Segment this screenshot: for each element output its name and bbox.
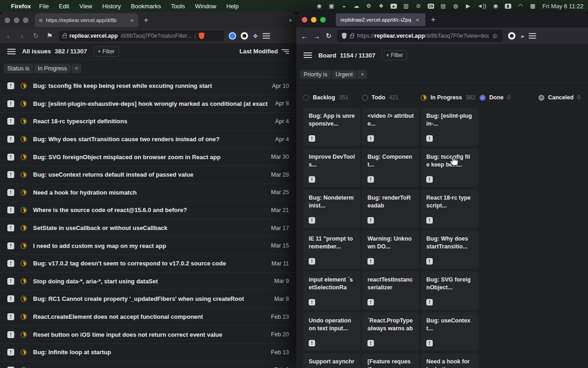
menu-view[interactable]: View [79,3,92,10]
add-filter-button[interactable]: + Filter [382,50,407,60]
window-controls[interactable] [302,17,326,23]
tab-close-icon[interactable]: × [415,17,420,23]
github-extension-icon[interactable] [241,32,248,40]
issue-row[interactable]: !React.createElement does not accept fun… [0,308,296,326]
onepassword-extension-icon[interactable] [229,32,236,40]
issue-card[interactable]: [Feature request] expo...! [362,353,419,368]
active-app-name[interactable]: Firefox [11,3,31,10]
issue-row[interactable]: !Bug: RC1 Cannot create property '_updat… [0,290,296,308]
forward-button[interactable]: › [17,32,27,40]
add-filter-button[interactable]: + Filter [94,46,119,57]
power-icon[interactable]: ◍ [452,3,459,9]
issue-card[interactable]: `React.PropType always warns ab! [362,312,419,351]
minimize-window-button[interactable] [311,17,317,23]
issue-card[interactable]: Bug: Nondeterminist...! [303,190,361,228]
menu-help[interactable]: Help [226,3,239,10]
remove-filter-icon[interactable]: × [357,70,367,79]
issue-card[interactable]: Bug: renderToReadab! [362,190,419,228]
issue-card[interactable]: Support asynchronous...! [303,353,361,368]
issue-card[interactable]: input element `setSelectionRa! [303,271,361,310]
new-tab-button[interactable]: + [144,16,148,25]
volume-icon[interactable]: ◄)) [477,3,486,9]
browser-menu-icon[interactable] [529,33,536,39]
sort-label[interactable]: Last Modified [239,48,278,55]
battery-icon[interactable]: ▮ [505,4,511,9]
issue-card[interactable]: React 18-rc typescript...! [421,190,478,228]
app-sidebar-toggle-icon[interactable] [7,49,16,54]
close-window-button[interactable] [302,17,307,23]
window-controls-inactive[interactable] [5,17,28,23]
overflow-chevron-icon[interactable]: » [521,33,523,40]
issue-card[interactable]: Bug: Component...! [362,149,419,187]
github-extension-icon[interactable] [508,32,515,40]
issue-row[interactable]: ![DevTools Bug] Unsupported Bridge opera… [0,362,296,368]
meet-icon[interactable]: ◒ [341,3,347,9]
close-window-button[interactable] [5,17,10,23]
calendar-icon[interactable]: 29 [428,4,434,9]
bookmark-icon[interactable]: ⚑ [45,32,54,40]
forward-button[interactable]: → [313,32,320,40]
extensions-puzzle-icon[interactable]: ❖ [253,33,258,40]
app-sidebar-toggle-icon[interactable] [304,52,312,58]
issue-card[interactable]: Bug: SVG foreignObject...! [421,271,478,310]
remove-filter-icon[interactable]: × [72,64,81,73]
filter-value[interactable]: Urgent [332,70,356,79]
hub-icon[interactable]: ▤ [440,3,447,9]
dropbox-icon[interactable]: ❖ [378,3,384,9]
layout-icon[interactable]: ▥ [403,3,409,9]
issue-row[interactable]: !Bug: Infinite loop at startupFeb 13 [0,344,296,362]
issue-card[interactable]: Bug: [eslint-plugin-...! [421,108,478,146]
screen-record-icon[interactable]: ◉ [316,3,322,9]
back-button[interactable]: ‹ [4,32,13,40]
docker-icon[interactable]: ⚙ [366,3,372,9]
menu-bookmarks[interactable]: Bookmarks [131,3,161,10]
url-bar[interactable]: https:// repliear.vercel.app /d/8bTaoq7F… [337,30,503,42]
brave-shield-icon[interactable] [198,33,204,40]
menu-file[interactable]: File [39,3,49,10]
issue-row[interactable]: !I need to add custom svg map on my reac… [0,237,296,255]
issue-row[interactable]: !React 18-rc typescript definitionsApr 4 [0,113,296,131]
issue-row[interactable]: !Need a hook for hydration mismatchMar 2… [0,184,296,202]
url-bar[interactable]: repliear.vercel.app /d/8bTaoq7F0e?status… [59,30,224,41]
play-icon[interactable]: ▶ [465,3,471,9]
browser-menu-icon[interactable] [263,33,270,39]
menu-bar-clock[interactable]: Fri May 6 11:22 [543,3,583,10]
onepassword-icon[interactable]: ⊘ [415,3,422,9]
issue-row[interactable]: !Bug: [eslint-plugin-exhaustive-deps] ho… [0,95,296,113]
new-tab-button[interactable]: + [431,15,435,24]
issue-card[interactable]: Warning: Unknown DO...! [362,230,419,269]
reload-button[interactable]: ↻ [326,32,332,40]
issue-row[interactable]: !Bug: tsconfig file keep being reset whi… [0,77,296,95]
reload-button[interactable]: ↻ [31,32,40,40]
issue-card[interactable]: IE 11 "prompt to remember...! [303,230,361,269]
zoom-window-button[interactable] [320,17,326,23]
sort-icon[interactable] [282,49,289,54]
switch-icon[interactable]: ▦ [530,3,536,9]
menu-edit[interactable]: Edit [59,3,69,10]
browser-tab[interactable]: ⊕ https://repliear.vercel.app/d/8b × [35,13,138,27]
zoom-window-button[interactable] [23,17,28,23]
filter-value[interactable]: In Progress [34,64,71,73]
issue-card[interactable]: Bug: Why does startTransitio...! [421,230,478,269]
issue-card[interactable]: Bug: tsconfig file keep bein...! [421,149,478,187]
tracking-protection-shield-icon[interactable] [342,33,347,39]
issue-row[interactable]: !SetState in useCallback or without useC… [0,219,296,237]
menu-history[interactable]: History [102,3,121,10]
brave-icon[interactable]: ▲ [390,4,397,9]
issue-card[interactable]: Improve DevTools...! [303,149,361,187]
bookmark-star-icon[interactable]: ☆ [492,32,498,40]
user-circle-icon[interactable]: ◉ [492,3,499,9]
issue-row[interactable]: !Stop doing data-*, aria-*, start using … [0,273,296,291]
back-button[interactable]: ← [301,32,308,40]
issue-card[interactable]: Undo operation on text input...! [303,312,361,351]
issue-row[interactable]: !Reset button on iOS time input does not… [0,326,296,344]
issue-card[interactable]: <video /> attribute...! [362,108,419,146]
issue-card[interactable]: Bug: useContext...! [421,312,478,351]
camera-icon[interactable]: ▣ [328,3,335,9]
issue-row[interactable]: !Bug: Why does startTransition cause two… [0,131,296,149]
issue-row[interactable]: !Where is the source code of react@15.6.… [0,201,296,219]
wifi-icon[interactable]: ◠ [517,3,524,9]
browser-tab[interactable]: replidraw2.vercel.app/d/c-iZpq × [336,13,425,26]
menu-tools[interactable]: Tools [171,3,185,10]
issue-card[interactable]: Need a hook for hydration...! [421,353,478,368]
